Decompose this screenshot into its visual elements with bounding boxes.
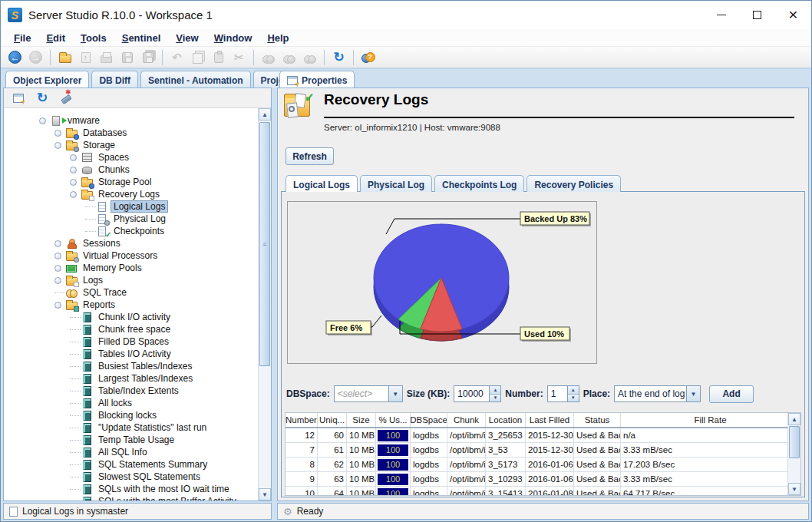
expand-handle-icon[interactable]	[54, 240, 61, 247]
column-header-status[interactable]: Status	[574, 413, 621, 427]
tab-db-diff[interactable]: DB Diff	[91, 71, 138, 88]
tree-item-memory-pools[interactable]: Memory Pools	[4, 262, 258, 274]
new-object-icon[interactable]	[59, 91, 73, 105]
menu-help[interactable]: Help	[259, 30, 296, 46]
column-header-fill-rate[interactable]: Fill Rate	[621, 413, 800, 427]
size-spinner[interactable]: 10000 ▲▼	[454, 385, 501, 402]
expand-handle-icon[interactable]	[70, 167, 77, 173]
tree-item-all-locks[interactable]: All locks	[4, 397, 258, 409]
expand-handle-icon[interactable]	[54, 253, 61, 259]
menu-sentinel[interactable]: Sentinel	[114, 30, 169, 46]
tree-item-logical-logs[interactable]: Logical Logs	[4, 200, 258, 213]
scroll-up-icon[interactable]: ▲	[788, 413, 800, 425]
menu-window[interactable]: Window	[206, 30, 260, 46]
tree-item-temp-table-usage[interactable]: Temp Table Usage	[4, 434, 258, 446]
menu-edit[interactable]: Edit	[38, 30, 73, 46]
tree-item-table-index-extents[interactable]: Table/Index Extents	[4, 385, 258, 397]
tree-scrollbar-thumb[interactable]: ≡	[259, 122, 270, 366]
table-row[interactable]: 76110 MB100logdbs/opt/ibm/in...3_532015-…	[286, 443, 800, 458]
tree-item-chunk-free-space[interactable]: Chunk free space	[4, 323, 258, 335]
maximize-button[interactable]	[739, 1, 775, 29]
table-scrollbar[interactable]: ▲ ▼	[787, 413, 800, 495]
open-button[interactable]	[54, 48, 75, 67]
tree-item-tables-i-o-activity[interactable]: Tables I/O Activity	[4, 348, 258, 360]
collapse-handle-icon[interactable]	[70, 191, 77, 198]
tree-item-spaces[interactable]: Spaces	[4, 151, 258, 164]
back-button[interactable]: ←	[5, 48, 25, 67]
number-spinner-buttons[interactable]: ▲▼	[567, 386, 579, 401]
tree-scrollbar[interactable]: ▲ ≡ ▼	[258, 108, 271, 501]
number-value[interactable]: 1	[548, 386, 567, 401]
tree-item-largest-tables-indexes[interactable]: Largest Tables/Indexes	[4, 372, 258, 385]
table-row[interactable]: 86210 MB100logdbs/opt/ibm/in...3_5173201…	[286, 458, 800, 472]
size-value[interactable]: 10000	[454, 386, 489, 401]
column-header-last-filled[interactable]: Last Filled	[526, 413, 574, 427]
tree-item-chunks[interactable]: Chunks	[4, 164, 258, 176]
column-header-uniq[interactable]: Uniq...	[318, 413, 347, 427]
tab-recovery-policies[interactable]: Recovery Policies	[526, 175, 621, 192]
table-scrollbar-thumb[interactable]	[789, 426, 800, 458]
menu-tools[interactable]: Tools	[73, 30, 114, 46]
add-button[interactable]: Add	[709, 385, 754, 403]
place-select[interactable]: At the end of log ▼	[614, 385, 701, 402]
tab-checkpoints-log[interactable]: Checkpoints Log	[434, 175, 524, 192]
tree-item-sqls-with-the-most-buffer-activity[interactable]: SQLs with the most Buffer Activity	[4, 495, 258, 501]
tree-item-storage-pool[interactable]: Storage Pool	[4, 176, 258, 188]
tree-item-reports[interactable]: Reports	[4, 299, 258, 311]
table-row[interactable]: 96310 MB100logdbs/opt/ibm/in...3_1029320…	[286, 472, 800, 487]
dbspace-dropdown-icon[interactable]: ▼	[388, 386, 402, 401]
tab-properties[interactable]: Properties	[279, 71, 355, 88]
column-header-location[interactable]: Location	[486, 413, 526, 427]
size-spinner-buttons[interactable]: ▲▼	[489, 386, 500, 401]
expand-handle-icon[interactable]	[70, 154, 77, 161]
tree-item-slowest-sql-statements[interactable]: Slowest SQL Statements	[4, 471, 258, 483]
menu-view[interactable]: View	[168, 30, 206, 46]
minimize-button[interactable]	[703, 1, 739, 29]
tree-item-sessions[interactable]: Sessions	[4, 237, 258, 249]
tab-physical-log[interactable]: Physical Log	[360, 175, 432, 192]
table-row[interactable]: 126010 MB100logdbs/opt/ibm/in...3_256532…	[286, 428, 800, 443]
column-header-us[interactable]: % Us...	[376, 413, 411, 427]
refresh-button[interactable]: ↻	[328, 48, 349, 67]
tree-item-checkpoints[interactable]: ✓Checkpoints	[4, 225, 258, 237]
dbspace-select[interactable]: <select> ▼	[334, 385, 403, 402]
help-search-button[interactable]	[358, 48, 378, 67]
column-header-chunk[interactable]: Chunk	[447, 413, 486, 427]
scroll-down-icon[interactable]: ▼	[259, 488, 271, 501]
scroll-down-icon[interactable]: ▼	[788, 483, 800, 495]
tree-item-filled-db-spaces[interactable]: Filled DB Spaces	[4, 335, 258, 348]
tab-sentinel-automation[interactable]: Sentinel - Automation	[140, 71, 251, 88]
column-header-dbspace[interactable]: DBSpace	[411, 413, 447, 427]
tree-item-storage[interactable]: Storage	[4, 139, 258, 151]
table-row[interactable]: 106410 MB100logdbs/opt/ibm/in...3_154132…	[286, 487, 800, 496]
tree-item-sqls-with-the-most-io-wait-time[interactable]: SQLs with the most IO wait time	[4, 483, 258, 495]
collapse-handle-icon[interactable]	[54, 142, 61, 149]
close-button[interactable]: ×	[775, 1, 811, 29]
expand-handle-icon[interactable]	[54, 265, 61, 272]
tree-item-blocking-locks[interactable]: Blocking locks	[4, 409, 258, 421]
tree-item-sql-statements-summary[interactable]: SQL Statements Summary	[4, 458, 258, 471]
tree-item-recovery-logs[interactable]: Recovery Logs	[4, 188, 258, 200]
scroll-up-icon[interactable]: ▲	[259, 108, 271, 121]
tree-item-chunk-i-o-activity[interactable]: Chunk I/O activity	[4, 311, 258, 323]
column-header-size[interactable]: Size	[347, 413, 376, 427]
column-header-number[interactable]: Number	[286, 413, 318, 427]
tree-item-sql-trace[interactable]: SQL Trace	[4, 286, 258, 299]
number-spinner[interactable]: 1 ▲▼	[547, 385, 579, 402]
refresh-button[interactable]: Refresh	[286, 147, 334, 165]
tree-item-vmware[interactable]: vmware	[4, 114, 258, 127]
refresh-tree-icon[interactable]: ↻	[35, 91, 49, 105]
place-dropdown-icon[interactable]: ▼	[686, 386, 700, 401]
tree-item-databases[interactable]: Databases	[4, 127, 258, 139]
tab-object-explorer[interactable]: Object Explorer	[5, 71, 89, 88]
tree-item-physical-log[interactable]: Physical Log	[4, 213, 258, 225]
expand-handle-icon[interactable]	[54, 277, 61, 284]
expand-handle-icon[interactable]	[70, 179, 77, 186]
tree-item-logs[interactable]: Logs	[4, 274, 258, 286]
tab-logical-logs[interactable]: Logical Logs	[286, 175, 358, 192]
tree-item-update-statistics-last-run[interactable]: "Update Statistics" last run	[4, 421, 258, 434]
collapse-handle-icon[interactable]	[54, 302, 61, 309]
tree-item-virtual-processors[interactable]: Virtual Processors	[4, 249, 258, 262]
properties-icon[interactable]	[12, 91, 25, 105]
collapse-handle-icon[interactable]	[39, 117, 46, 124]
